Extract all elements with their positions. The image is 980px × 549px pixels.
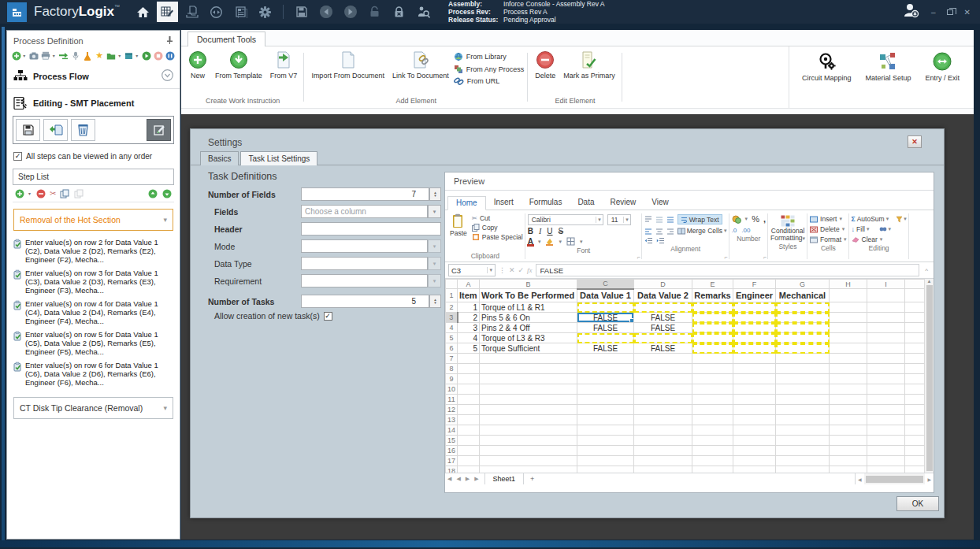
- process-editor-icon[interactable]: [157, 2, 178, 22]
- cell-E4[interactable]: [692, 323, 733, 333]
- delete-definition-button[interactable]: [71, 119, 95, 141]
- folder-icon[interactable]: [106, 50, 117, 61]
- cell-E6[interactable]: [692, 343, 733, 354]
- insert-cells-button[interactable]: Insert▾: [810, 215, 846, 223]
- horizontal-scrollbar[interactable]: ◀▶: [855, 473, 934, 484]
- cell-D9[interactable]: [634, 374, 692, 384]
- cell-C12[interactable]: [577, 405, 634, 415]
- cell-A9[interactable]: [458, 374, 480, 384]
- add-icon[interactable]: [11, 50, 21, 61]
- first-sheet-button[interactable]: ◀: [445, 476, 454, 482]
- link-to-document-button[interactable]: Link To Document: [389, 49, 452, 80]
- italic-button[interactable]: I: [539, 227, 541, 236]
- cell-B1[interactable]: Work To Be Performed: [480, 289, 577, 302]
- step-group-bottom[interactable]: CT Disk Tip Clearance (Removal) ▾: [13, 397, 173, 419]
- increase-indent-icon[interactable]: [656, 237, 665, 244]
- cell-E9[interactable]: [692, 374, 733, 384]
- from-template-button[interactable]: From Template: [212, 49, 265, 80]
- cell-A1[interactable]: Item: [458, 289, 480, 302]
- cell-B16[interactable]: [480, 446, 577, 456]
- cell-B8[interactable]: [480, 364, 577, 374]
- tab-document-tools[interactable]: Document Tools: [187, 32, 265, 46]
- cell-C3[interactable]: FALSE: [577, 313, 634, 323]
- add-sheet-button[interactable]: +: [524, 475, 540, 483]
- cell-C5[interactable]: [577, 333, 634, 343]
- row-header-18[interactable]: 18: [446, 466, 458, 473]
- step-item[interactable]: Enter value(s) on row 2 for Data Value 1…: [12, 236, 178, 266]
- dropdown-icon[interactable]: ▾: [559, 239, 562, 245]
- row-header-14[interactable]: 14: [446, 425, 458, 436]
- package-dropdown-icon[interactable]: ▾: [135, 53, 139, 58]
- folder-dropdown-icon[interactable]: ▾: [118, 53, 122, 58]
- row-header-2[interactable]: 2: [446, 302, 458, 313]
- cell-A2[interactable]: 1: [458, 302, 480, 313]
- font-size-select[interactable]: 11▾: [607, 214, 631, 225]
- circuit-mapping-button[interactable]: Circuit Mapping: [799, 50, 855, 108]
- cell-B15[interactable]: [480, 436, 577, 446]
- cell-H11[interactable]: [830, 395, 867, 405]
- cell-E16[interactable]: [692, 446, 733, 456]
- cell-C13[interactable]: [577, 415, 634, 425]
- font-name-select[interactable]: Calibri▾: [528, 214, 603, 225]
- documents-icon[interactable]: [181, 2, 202, 22]
- underline-button[interactable]: U: [547, 227, 552, 236]
- from-url-button[interactable]: From URL: [454, 77, 525, 85]
- move-up-icon[interactable]: [147, 188, 158, 198]
- borders-button[interactable]: [566, 237, 575, 246]
- cell-E7[interactable]: [692, 354, 733, 364]
- swap-icon[interactable]: [58, 50, 69, 61]
- cell-H13[interactable]: [830, 415, 867, 425]
- align-center-icon[interactable]: [655, 228, 663, 235]
- order-checkbox[interactable]: ✓: [13, 152, 22, 161]
- cell-H7[interactable]: [830, 354, 867, 364]
- print-dropdown-icon[interactable]: ▾: [53, 53, 57, 58]
- cell-I7[interactable]: [867, 354, 905, 364]
- cell-D14[interactable]: [634, 425, 692, 436]
- cell-D12[interactable]: [634, 405, 692, 415]
- order-checkbox-row[interactable]: ✓ All steps can be viewed in any order: [7, 144, 180, 167]
- report-icon[interactable]: [230, 2, 251, 22]
- format-cells-button[interactable]: Format▾: [810, 236, 846, 243]
- paste-step-icon[interactable]: [73, 188, 84, 198]
- cell-C15[interactable]: [577, 436, 634, 446]
- cell-H16[interactable]: [830, 446, 867, 456]
- excel-tab-review[interactable]: Review: [603, 196, 644, 210]
- cell-A11[interactable]: [458, 395, 480, 405]
- cell-I17[interactable]: [867, 456, 905, 466]
- step-item[interactable]: Enter value(s) on row 4 for Data Value 1…: [12, 297, 178, 328]
- clear-button[interactable]: Clear▾: [852, 236, 907, 243]
- star-icon[interactable]: ★: [95, 50, 105, 61]
- decrease-decimal-button[interactable]: .00: [741, 227, 750, 234]
- row-header-16[interactable]: 16: [446, 446, 458, 456]
- cell-I2[interactable]: [867, 302, 905, 313]
- from-any-process-button[interactable]: From Any Process: [454, 65, 525, 74]
- cell-I11[interactable]: [867, 395, 905, 405]
- cell-D8[interactable]: [634, 364, 692, 374]
- cell-D7[interactable]: [634, 354, 692, 364]
- cell-E5[interactable]: [692, 333, 733, 343]
- column-header-F[interactable]: F: [733, 280, 776, 289]
- row-header-10[interactable]: 10: [446, 384, 458, 395]
- decrease-indent-icon[interactable]: [644, 237, 653, 244]
- cell-I18[interactable]: [867, 466, 905, 473]
- cell-G12[interactable]: [776, 405, 830, 415]
- cell-A18[interactable]: [458, 466, 480, 473]
- cell-G10[interactable]: [776, 384, 830, 395]
- step-group-selected[interactable]: Removal of the Hot Section ▾: [13, 209, 173, 231]
- delete-element-button[interactable]: Delete: [532, 49, 559, 80]
- ok-button[interactable]: OK: [896, 496, 939, 511]
- prev-sheet-button[interactable]: ◀: [454, 476, 462, 482]
- cell-C18[interactable]: [577, 466, 634, 473]
- cell-G13[interactable]: [776, 415, 830, 425]
- cell-C8[interactable]: [577, 364, 634, 374]
- cell-E12[interactable]: [692, 405, 733, 415]
- number-of-fields-input[interactable]: [301, 187, 429, 201]
- cell-I12[interactable]: [867, 405, 905, 415]
- paste-special-button[interactable]: Paste Special: [472, 233, 523, 241]
- cell-I16[interactable]: [867, 446, 905, 456]
- align-left-icon[interactable]: [644, 228, 652, 235]
- cell-H1[interactable]: [830, 289, 867, 302]
- cell-H17[interactable]: [830, 456, 867, 466]
- number-of-tasks-spinner[interactable]: ▲▼: [429, 295, 441, 308]
- cell-D3[interactable]: FALSE: [634, 313, 692, 323]
